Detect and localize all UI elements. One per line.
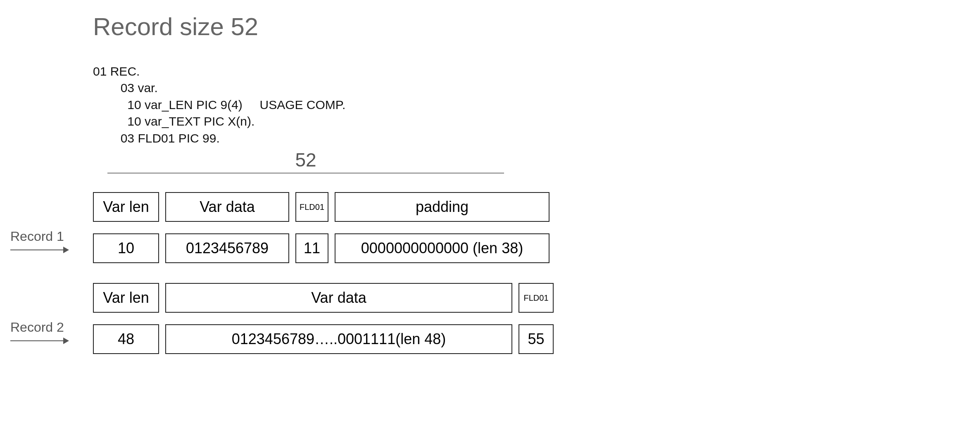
cobol-code-block: 01 REC. 03 var. 10 var_LEN PIC 9(4) USAG…: [93, 46, 345, 164]
r1-vardata: 0123456789: [165, 233, 289, 263]
r1-fld01: 11: [295, 233, 328, 263]
record2-label-text: Record 2: [10, 320, 64, 335]
arrow-icon: [10, 250, 68, 250]
code-line-4: 10 var_TEXT PIC X(n).: [93, 114, 255, 128]
hdr1-varlen: Var len: [93, 192, 159, 222]
r1-varlen: 10: [93, 233, 159, 263]
record-size-value: 52: [107, 149, 504, 171]
code-line-3: 10 var_LEN PIC 9(4) USAGE COMP.: [93, 98, 345, 112]
record-size-rule: [107, 173, 504, 173]
record2-label: Record 2: [10, 335, 68, 341]
code-line-5: 03 FLD01 PIC 99.: [93, 131, 220, 145]
r1-padding: 0000000000000 (len 38): [335, 233, 549, 263]
hdr2-vardata: Var data: [165, 283, 512, 313]
code-line-2: 03 var.: [93, 81, 158, 95]
arrow-icon: [10, 340, 68, 341]
hdr1-fld01: FLD01: [295, 192, 328, 222]
record1-label: Record 1: [10, 244, 68, 250]
record-size-bar: 52: [107, 149, 504, 173]
hdr1-padding: padding: [335, 192, 549, 222]
record1-label-text: Record 1: [10, 229, 64, 244]
code-line-1: 01 REC.: [93, 64, 140, 78]
hdr1-vardata: Var data: [165, 192, 289, 222]
diagram-canvas: Record size 52 01 REC. 03 var. 10 var_LE…: [0, 0, 980, 423]
title: Record size 52: [93, 12, 258, 41]
r2-vardata: 0123456789…..0001111(len 48): [165, 324, 512, 354]
hdr2-varlen: Var len: [93, 283, 159, 313]
hdr2-fld01: FLD01: [519, 283, 554, 313]
r2-fld01: 55: [519, 324, 554, 354]
r2-varlen: 48: [93, 324, 159, 354]
